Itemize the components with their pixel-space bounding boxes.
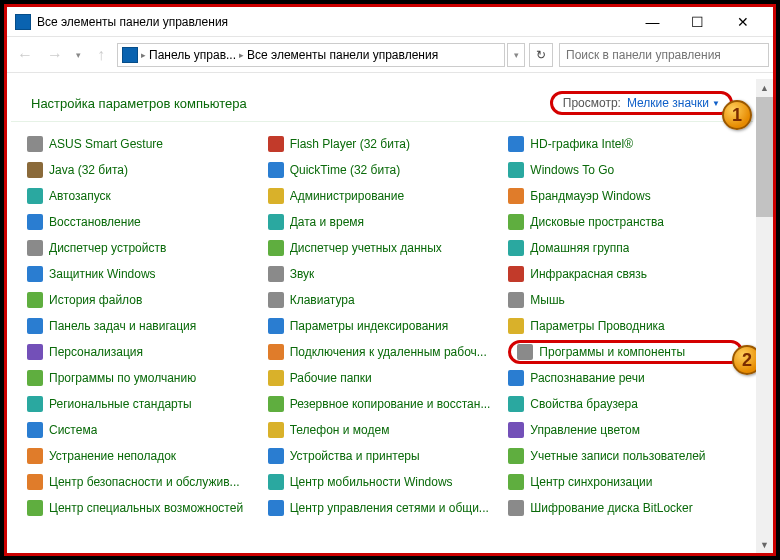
item-icon [508, 500, 524, 516]
item-icon [508, 422, 524, 438]
control-panel-item[interactable]: Flash Player (32 бита) [268, 132, 503, 156]
control-panel-item[interactable]: История файлов [27, 288, 262, 312]
breadcrumb-current[interactable]: Все элементы панели управления [247, 48, 438, 62]
control-panel-item[interactable]: QuickTime (32 бита) [268, 158, 503, 182]
control-panel-item[interactable]: Дата и время [268, 210, 503, 234]
back-button[interactable]: ← [11, 41, 39, 69]
item-label: Брандмауэр Windows [530, 189, 650, 203]
address-bar[interactable]: ▸ Панель управ... ▸ Все элементы панели … [117, 43, 505, 67]
window-title: Все элементы панели управления [37, 15, 630, 29]
control-panel-item[interactable]: Центр управления сетями и общи... [268, 496, 503, 520]
scroll-down-icon[interactable]: ▼ [756, 536, 773, 553]
history-dropdown[interactable]: ▾ [71, 41, 85, 69]
control-panel-item[interactable]: Java (32 бита) [27, 158, 262, 182]
header: Настройка параметров компьютера Просмотр… [11, 73, 753, 122]
control-panel-item[interactable]: Центр специальных возможностей [27, 496, 262, 520]
control-panel-item[interactable]: Диспетчер устройств [27, 236, 262, 260]
item-icon [27, 292, 43, 308]
control-panel-item[interactable]: ASUS Smart Gesture [27, 132, 262, 156]
item-label: Устройства и принтеры [290, 449, 420, 463]
scroll-up-icon[interactable]: ▲ [756, 79, 773, 96]
annotation-badge-1: 1 [722, 100, 752, 130]
control-panel-item[interactable]: Персонализация [27, 340, 262, 364]
item-label: Клавиатура [290, 293, 355, 307]
item-icon [517, 344, 533, 360]
control-panel-item[interactable]: Панель задач и навигация [27, 314, 262, 338]
item-icon [27, 162, 43, 178]
control-panel-item[interactable]: Программы по умолчанию [27, 366, 262, 390]
item-icon [268, 344, 284, 360]
control-panel-item[interactable]: Региональные стандарты [27, 392, 262, 416]
item-icon [27, 188, 43, 204]
control-panel-item[interactable]: Резервное копирование и восстан... [268, 392, 503, 416]
control-panel-item[interactable]: Центр безопасности и обслужив... [27, 470, 262, 494]
control-panel-item[interactable]: 2Программы и компоненты [508, 340, 743, 364]
control-panel-item[interactable]: Администрирование [268, 184, 503, 208]
control-panel-item[interactable]: Распознавание речи [508, 366, 743, 390]
control-panel-item[interactable]: Восстановление [27, 210, 262, 234]
item-label: Шифрование диска BitLocker [530, 501, 692, 515]
item-label: Рабочие папки [290, 371, 372, 385]
item-label: Параметры индексирования [290, 319, 448, 333]
control-panel-item[interactable]: Клавиатура [268, 288, 503, 312]
search-input[interactable] [559, 43, 769, 67]
up-button[interactable]: ↑ [87, 41, 115, 69]
control-panel-item[interactable]: Учетные записи пользователей [508, 444, 743, 468]
view-dropdown[interactable]: Мелкие значки ▼ [627, 96, 720, 110]
item-icon [508, 318, 524, 334]
control-panel-item[interactable]: Домашняя группа [508, 236, 743, 260]
control-panel-item[interactable]: Мышь [508, 288, 743, 312]
control-panel-item[interactable]: Защитник Windows [27, 262, 262, 286]
control-panel-item[interactable]: Параметры Проводника [508, 314, 743, 338]
control-panel-item[interactable]: Инфракрасная связь [508, 262, 743, 286]
control-panel-item[interactable]: Центр синхронизации [508, 470, 743, 494]
refresh-button[interactable]: ↻ [529, 43, 553, 67]
view-label: Просмотр: [563, 96, 621, 110]
item-icon [268, 370, 284, 386]
item-icon [27, 500, 43, 516]
item-label: Центр специальных возможностей [49, 501, 243, 515]
control-panel-item[interactable]: Автозапуск [27, 184, 262, 208]
item-label: Защитник Windows [49, 267, 156, 281]
forward-button[interactable]: → [41, 41, 69, 69]
vertical-scrollbar[interactable]: ▲ ▼ [756, 79, 773, 553]
control-panel-item[interactable]: Брандмауэр Windows [508, 184, 743, 208]
close-button[interactable]: ✕ [720, 8, 765, 36]
control-panel-item[interactable]: Телефон и модем [268, 418, 503, 442]
item-label: Учетные записи пользователей [530, 449, 705, 463]
item-label: Администрирование [290, 189, 404, 203]
window-frame: Все элементы панели управления — ☐ ✕ ← →… [4, 4, 776, 556]
item-icon [268, 500, 284, 516]
item-icon [268, 448, 284, 464]
control-panel-item[interactable]: HD-графика Intel® [508, 132, 743, 156]
control-panel-item[interactable]: Диспетчер учетных данных [268, 236, 503, 260]
item-label: Система [49, 423, 97, 437]
control-panel-item[interactable]: Подключения к удаленным рабоч... [268, 340, 503, 364]
maximize-button[interactable]: ☐ [675, 8, 720, 36]
control-panel-item[interactable]: Центр мобильности Windows [268, 470, 503, 494]
item-label: Windows To Go [530, 163, 614, 177]
control-panel-item[interactable]: Дисковые пространства [508, 210, 743, 234]
minimize-button[interactable]: — [630, 8, 675, 36]
item-icon [508, 396, 524, 412]
control-panel-item[interactable]: Система [27, 418, 262, 442]
control-panel-item[interactable]: Устройства и принтеры [268, 444, 503, 468]
item-icon [268, 474, 284, 490]
control-panel-item[interactable]: Windows To Go [508, 158, 743, 182]
control-panel-item[interactable]: Звук [268, 262, 503, 286]
control-panel-item[interactable]: Управление цветом [508, 418, 743, 442]
control-panel-item[interactable]: Шифрование диска BitLocker [508, 496, 743, 520]
scrollbar-thumb[interactable] [756, 97, 773, 217]
items-grid: ASUS Smart GestureFlash Player (32 бита)… [7, 122, 753, 530]
control-panel-item[interactable]: Рабочие папки [268, 366, 503, 390]
item-label: Дата и время [290, 215, 364, 229]
control-panel-item[interactable]: Свойства браузера [508, 392, 743, 416]
address-dropdown[interactable]: ▾ [507, 43, 525, 67]
item-icon [268, 422, 284, 438]
breadcrumb-root[interactable]: Панель управ... [149, 48, 236, 62]
control-panel-item[interactable]: Устранение неполадок [27, 444, 262, 468]
control-panel-item[interactable]: Параметры индексирования [268, 314, 503, 338]
item-icon [268, 240, 284, 256]
item-label: Центр безопасности и обслужив... [49, 475, 240, 489]
view-value: Мелкие значки [627, 96, 709, 110]
